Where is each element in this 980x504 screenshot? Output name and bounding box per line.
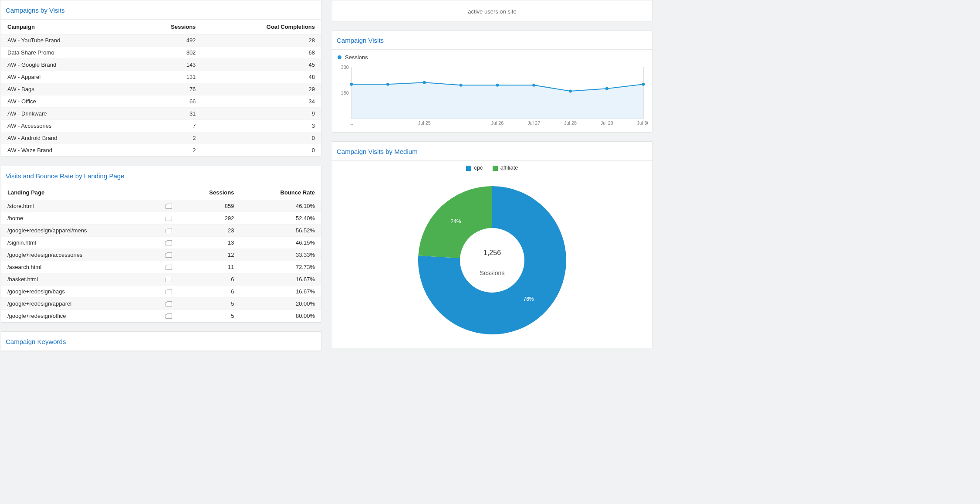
table-row[interactable]: AW - Google Brand14345 (1, 59, 321, 71)
bounce-rate-cell: 72.73% (240, 261, 321, 273)
legend-affiliate-label: affiliate (500, 164, 518, 171)
external-link-icon[interactable] (166, 253, 170, 258)
svg-point-10 (532, 84, 535, 87)
table-row[interactable]: AW - YouTube Brand49228 (1, 34, 321, 47)
table-row[interactable]: AW - Accessories73 (1, 120, 321, 132)
external-link-icon[interactable] (166, 266, 170, 270)
sessions-cell: 7 (129, 120, 202, 132)
legend-cpc: cpc (466, 164, 483, 171)
panel-title: Campaign Visits (332, 31, 652, 50)
sessions-cell: 12 (176, 249, 240, 261)
sessions-cell: 6 (176, 286, 240, 298)
campaign-name-cell: Data Share Promo (1, 47, 129, 59)
table-row[interactable]: /home29252.40% (1, 212, 321, 225)
open-link-cell[interactable] (159, 286, 176, 298)
external-link-icon[interactable] (166, 204, 170, 209)
table-row[interactable]: Data Share Promo30268 (1, 47, 321, 59)
external-link-icon[interactable] (166, 241, 170, 245)
open-link-cell[interactable] (159, 310, 176, 322)
bounce-rate-cell: 52.40% (240, 212, 321, 225)
col-goal-header: Goal Completions (202, 20, 321, 34)
open-link-cell[interactable] (159, 273, 176, 286)
sessions-cell: 131 (129, 71, 202, 83)
sessions-cell: 5 (176, 298, 240, 310)
campaign-name-cell: AW - Bags (1, 83, 129, 95)
svg-text:76%: 76% (523, 296, 534, 302)
table-row[interactable]: AW - Drinkware319 (1, 108, 321, 120)
legend-cpc-label: cpc (474, 164, 483, 171)
goal-completions-cell: 34 (202, 95, 321, 108)
goal-completions-cell: 48 (202, 71, 321, 83)
svg-point-11 (569, 90, 572, 93)
svg-text:300: 300 (341, 65, 349, 70)
open-link-cell[interactable] (159, 200, 176, 212)
sessions-cell: 23 (176, 225, 240, 237)
legend-dot-icon (338, 55, 341, 59)
col-landing-header: Landing Page (1, 185, 159, 200)
legend-affiliate: affiliate (493, 164, 518, 171)
svg-text:24%: 24% (450, 218, 461, 225)
external-link-icon[interactable] (166, 229, 170, 233)
campaign-name-cell: AW - Accessories (1, 120, 129, 132)
campaign-name-cell: AW - Android Brand (1, 132, 129, 144)
panel-campaign-visits-chart: Campaign Visits Sessions 150300...Jul 25… (332, 30, 652, 133)
external-link-icon[interactable] (166, 302, 170, 306)
panel-visits-bounce-landing: Visits and Bounce Rate by Landing Page L… (1, 166, 321, 323)
open-link-cell[interactable] (159, 225, 176, 237)
svg-text:Jul 26: Jul 26 (491, 120, 504, 126)
open-link-cell[interactable] (159, 249, 176, 261)
col-sessions-header: Sessions (176, 185, 240, 200)
bounce-rate-cell: 20.00% (240, 298, 321, 310)
external-link-icon[interactable] (166, 314, 170, 319)
landing-page-cell: /google+redesign/apparel/mens (1, 225, 159, 237)
table-row[interactable]: /google+redesign/apparel/mens2356.52% (1, 225, 321, 237)
landing-page-cell: /store.html (1, 200, 159, 212)
sessions-cell: 2 (129, 144, 202, 157)
sessions-cell: 859 (176, 200, 240, 212)
external-link-icon[interactable] (166, 278, 170, 282)
table-row[interactable]: AW - Android Brand20 (1, 132, 321, 144)
table-row[interactable]: AW - Waze Brand20 (1, 144, 321, 157)
table-row[interactable]: AW - Bags7629 (1, 83, 321, 95)
col-sessions-header: Sessions (129, 20, 202, 34)
open-link-cell[interactable] (159, 298, 176, 310)
campaigns-table: Campaign Sessions Goal Completions AW - … (1, 20, 321, 157)
svg-point-5 (350, 83, 353, 86)
external-link-icon[interactable] (166, 217, 170, 221)
svg-text:Jul 25: Jul 25 (418, 120, 431, 126)
table-row[interactable]: /asearch.html1172.73% (1, 261, 321, 273)
open-link-cell[interactable] (159, 237, 176, 249)
chart-legend: Sessions (338, 54, 648, 61)
svg-point-7 (423, 81, 426, 84)
landing-page-cell: /google+redesign/apparel (1, 298, 159, 310)
table-row[interactable]: AW - Office6634 (1, 95, 321, 108)
table-row[interactable]: AW - Apparel13148 (1, 71, 321, 83)
bounce-rate-cell: 80.00% (240, 310, 321, 322)
sessions-cell: 11 (176, 261, 240, 273)
donut-chart-svg: 76%24%1,256Sessions (414, 175, 571, 341)
svg-point-6 (386, 83, 389, 86)
table-row[interactable]: /basket.html616.67% (1, 273, 321, 286)
landing-page-cell: /asearch.html (1, 261, 159, 273)
bounce-rate-cell: 56.52% (240, 225, 321, 237)
external-link-icon[interactable] (166, 290, 170, 294)
sessions-cell: 292 (176, 212, 240, 225)
landing-page-cell: /google+redesign/bags (1, 286, 159, 298)
goal-completions-cell: 68 (202, 47, 321, 59)
sessions-cell: 302 (129, 47, 202, 59)
svg-text:150: 150 (341, 90, 349, 95)
campaign-name-cell: AW - Waze Brand (1, 144, 129, 157)
table-row[interactable]: /signin.html1346.15% (1, 237, 321, 249)
sessions-cell: 143 (129, 59, 202, 71)
goal-completions-cell: 0 (202, 132, 321, 144)
svg-text:Jul 28: Jul 28 (564, 120, 577, 126)
table-row[interactable]: /google+redesign/office580.00% (1, 310, 321, 322)
table-row[interactable]: /google+redesign/apparel520.00% (1, 298, 321, 310)
table-row[interactable]: /store.html85946.10% (1, 200, 321, 212)
table-row[interactable]: /google+redesign/accessories1233.33% (1, 249, 321, 261)
table-row[interactable]: /google+redesign/bags616.67% (1, 286, 321, 298)
open-link-cell[interactable] (159, 212, 176, 225)
open-link-cell[interactable] (159, 261, 176, 273)
svg-point-8 (460, 84, 463, 87)
sessions-cell: 13 (176, 237, 240, 249)
